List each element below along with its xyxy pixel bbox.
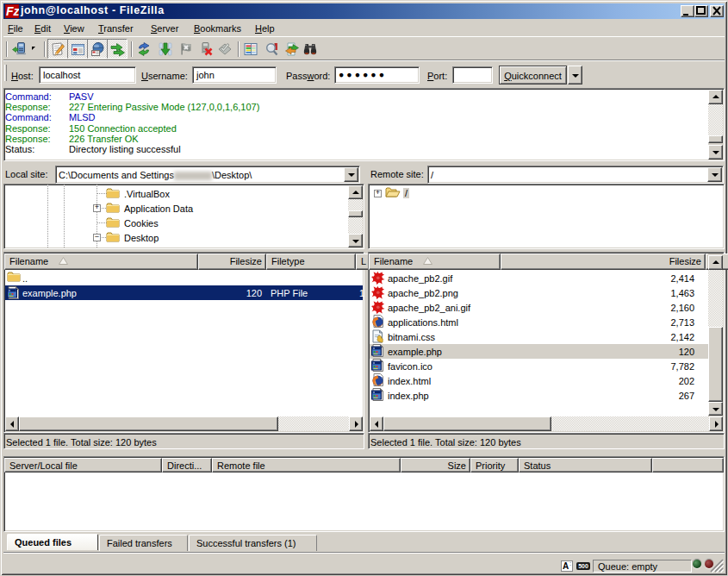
svg-text:Fz: Fz bbox=[6, 4, 19, 18]
